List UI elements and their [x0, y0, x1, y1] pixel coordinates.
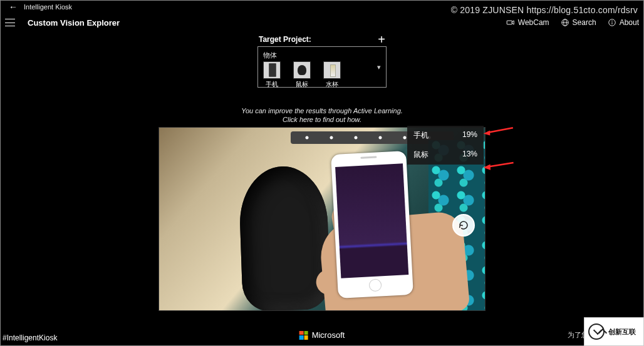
command-bar: Custom Vision Explorer WebCam Search Abo… [0, 14, 644, 31]
mouse-thumb-icon [293, 61, 311, 79]
svg-line-9 [487, 158, 514, 171]
hamburger-menu-icon[interactable] [5, 18, 15, 28]
svg-rect-0 [507, 21, 512, 24]
tag-item-cup[interactable]: 水杯 [323, 61, 341, 89]
active-learning-hint[interactable]: You can improve the results through Acti… [0, 106, 644, 125]
refresh-button[interactable] [452, 214, 475, 237]
badge-logo-icon [588, 323, 605, 340]
back-icon[interactable]: ← [6, 2, 20, 12]
project-name: 物体 [263, 51, 381, 60]
result-row: 手机 19% [407, 126, 484, 145]
target-project-label: Target Project: [259, 35, 311, 44]
result-value: 13% [462, 150, 477, 160]
add-project-icon[interactable]: + [378, 36, 385, 43]
page-title: Custom Vision Explorer [28, 18, 120, 28]
footer-brand: Microsoft [299, 330, 345, 340]
hint-line-1: You can improve the results through Acti… [0, 106, 644, 115]
result-label: 手机 [413, 130, 428, 141]
globe-icon [561, 18, 569, 27]
svg-marker-8 [483, 130, 491, 135]
chevron-down-icon[interactable]: ▾ [377, 63, 381, 71]
webcam-button[interactable]: WebCam [506, 18, 549, 27]
cup-thumb-icon [323, 61, 341, 79]
tag-label: 手机 [266, 80, 278, 89]
info-icon [608, 18, 616, 27]
webcam-label: WebCam [518, 18, 549, 27]
result-row: 鼠标 13% [407, 145, 484, 165]
result-value: 19% [462, 130, 477, 141]
about-button[interactable]: About [608, 18, 639, 27]
microsoft-logo-icon [299, 331, 308, 340]
watermark-text: © 2019 ZJUNSEN https://blog.51cto.com/rd… [451, 5, 638, 15]
prediction-results: 手机 19% 鼠标 13% [407, 126, 484, 165]
tag-label: 水杯 [326, 80, 338, 89]
project-selector[interactable]: 物体 手机 鼠标 水杯 ▾ [257, 46, 387, 88]
camera-icon [506, 18, 515, 27]
annotation-arrow-icon [483, 123, 514, 142]
mouse-object [238, 165, 331, 310]
app-title: Intelligent Kiosk [24, 3, 72, 11]
refresh-icon [458, 220, 469, 231]
badge-text: 创新互联 [608, 328, 636, 335]
hint-line-2: Click here to find out how. [0, 115, 644, 124]
phone-object [331, 151, 413, 298]
svg-marker-10 [483, 163, 491, 170]
svg-point-6 [611, 21, 612, 21]
tag-item-mouse[interactable]: 鼠标 [293, 61, 311, 89]
phone-thumb-icon [263, 61, 281, 79]
tag-item-phone[interactable]: 手机 [263, 61, 281, 89]
result-label: 鼠标 [413, 150, 428, 160]
svg-line-7 [487, 125, 513, 135]
site-badge[interactable]: 创新互联 [584, 317, 644, 346]
footer-hashtag: #IntelligentKiosk [3, 333, 57, 342]
tag-label: 鼠标 [296, 80, 308, 89]
search-label: Search [573, 18, 596, 27]
search-button[interactable]: Search [561, 18, 596, 27]
target-project-panel: Target Project: + 物体 手机 鼠标 水杯 ▾ [257, 35, 387, 88]
brand-text: Microsoft [312, 330, 345, 340]
about-label: About [620, 18, 639, 27]
